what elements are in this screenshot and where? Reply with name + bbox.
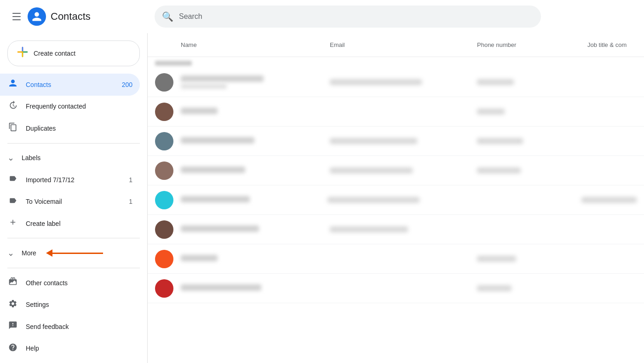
imported-label: Imported 7/17/12 (26, 176, 75, 184)
contact-phone-cell (477, 285, 587, 291)
divider-3 (7, 268, 140, 268)
col-job-header: Job title & com (587, 41, 637, 48)
contact-phone (477, 138, 523, 144)
labels-section-header[interactable]: ⌄ Labels (0, 147, 147, 169)
history-icon (7, 101, 18, 112)
contact-name-cell (181, 255, 330, 263)
contact-phone (477, 256, 516, 262)
arrow-line (52, 253, 103, 254)
contact-phone (477, 79, 514, 85)
avatar (155, 220, 173, 239)
voicemail-count: 1 (129, 198, 132, 205)
app-logo (28, 7, 46, 26)
duplicates-icon (7, 122, 18, 134)
search-bar: 🔍 (155, 6, 541, 28)
settings-label: Settings (26, 301, 49, 308)
contact-name (181, 108, 218, 114)
col-name-header: Name (155, 41, 330, 48)
contact-name (181, 196, 250, 202)
imported-count: 1 (129, 176, 132, 184)
sidebar-item-frequently-contacted[interactable]: Frequently contacted (0, 96, 140, 118)
sidebar-item-settings[interactable]: Settings (0, 294, 140, 316)
settings-icon (7, 299, 18, 311)
table-row[interactable] (148, 274, 644, 303)
contact-name (181, 284, 261, 291)
sidebar: Create contact Contacts 200 Frequently c… (0, 33, 147, 363)
contact-phone (477, 285, 512, 291)
contact-job (581, 197, 637, 203)
contacts-badge: 200 (122, 81, 132, 88)
header: Contacts 🔍 (0, 0, 644, 33)
sidebar-item-other-contacts[interactable]: Other contacts (0, 272, 140, 294)
hamburger-icon (12, 16, 21, 17)
divider-1 (7, 143, 140, 144)
contact-name-cell (181, 167, 330, 175)
hamburger-icon (12, 13, 21, 14)
chevron-down-icon: ⌄ (7, 248, 14, 258)
contact-email (330, 79, 422, 85)
contact-email (328, 197, 420, 203)
help-icon (7, 343, 18, 354)
sidebar-item-duplicates[interactable]: Duplicates (0, 117, 140, 139)
contact-name-cell (181, 284, 330, 293)
contact-name (181, 167, 245, 173)
contact-phone-cell (477, 256, 587, 262)
voicemail-label: To Voicemail (26, 198, 62, 205)
contact-section-label (155, 61, 192, 66)
table-header: Name Email Phone number Job title & com (148, 33, 644, 57)
table-row[interactable] (148, 215, 644, 244)
frequently-contacted-label: Frequently contacted (26, 103, 86, 110)
contact-name-cell (181, 75, 330, 89)
send-feedback-label: Send feedback (26, 323, 69, 330)
sidebar-item-voicemail[interactable]: To Voicemail 1 (0, 190, 140, 213)
avatar (155, 132, 173, 150)
sidebar-item-imported[interactable]: Imported 7/17/12 1 (0, 169, 140, 191)
avatar (155, 250, 173, 268)
contact-email (330, 167, 413, 173)
sidebar-item-contacts[interactable]: Contacts 200 (0, 74, 140, 96)
contact-phone-cell (477, 167, 587, 173)
person-icon (31, 11, 42, 22)
sidebar-item-create-label[interactable]: Create label (0, 213, 140, 235)
other-contacts-icon (7, 277, 18, 288)
contact-name (181, 75, 264, 82)
contacts-nav-label: Contacts (26, 81, 51, 88)
search-container: 🔍 (155, 6, 541, 28)
table-row[interactable] (148, 244, 644, 274)
contact-phone (477, 167, 521, 173)
contact-email-cell (330, 79, 477, 85)
contact-email-cell (330, 167, 477, 173)
orange-arrow (46, 249, 103, 257)
arrow-head (46, 249, 52, 257)
contact-phone-cell (477, 79, 587, 85)
main-layout: Create contact Contacts 200 Frequently c… (0, 33, 644, 363)
sidebar-item-send-feedback[interactable]: Send feedback (0, 316, 140, 338)
avatar (155, 161, 173, 180)
help-label: Help (26, 345, 39, 352)
table-row[interactable] (148, 127, 644, 156)
contact-name (181, 255, 218, 261)
contact-job-cell (581, 197, 637, 203)
contact-name-cell (181, 196, 328, 204)
contact-email-cell (328, 197, 472, 203)
table-row[interactable] (148, 185, 644, 215)
plus-multicolor-icon (17, 46, 28, 58)
contact-name-cell (181, 225, 330, 234)
create-contact-button[interactable]: Create contact (7, 40, 140, 66)
col-email-header: Email (330, 41, 477, 48)
table-row[interactable] (148, 97, 644, 127)
search-input[interactable] (179, 12, 534, 21)
more-label: More (22, 249, 36, 257)
sidebar-item-help[interactable]: Help (0, 337, 140, 359)
table-row[interactable] (148, 68, 644, 97)
sidebar-item-more[interactable]: ⌄ More (0, 242, 147, 264)
avatar (155, 103, 173, 121)
contact-name (181, 137, 254, 144)
avatar (155, 279, 173, 298)
avatar (155, 191, 173, 209)
table-row[interactable] (148, 156, 644, 185)
contact-sub (181, 84, 227, 89)
hamburger-button[interactable] (7, 7, 26, 26)
contact-phone-cell (477, 138, 587, 144)
contact-phone-cell (477, 109, 587, 115)
